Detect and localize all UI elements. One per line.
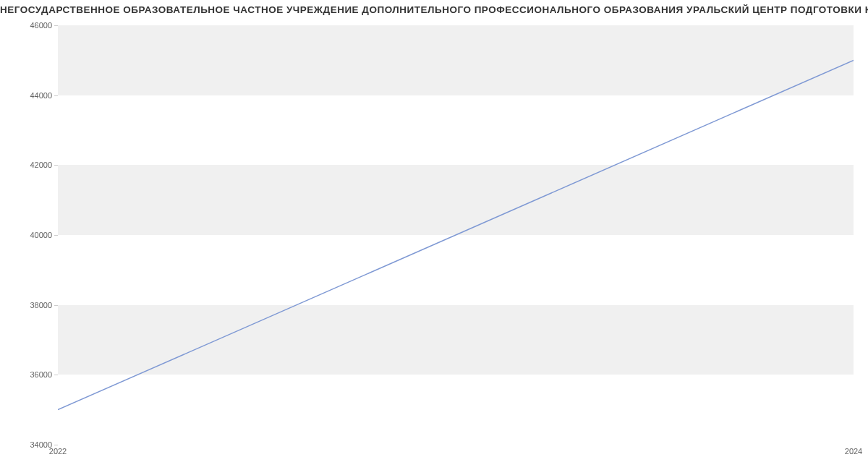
y-tick-label: 38000 <box>9 301 52 309</box>
grid-band <box>58 305 854 375</box>
y-tick-label: 44000 <box>9 91 52 100</box>
y-tick-mark <box>54 445 58 445</box>
y-tick-label: 42000 <box>9 161 52 169</box>
chart-title: НЕГОСУДАРСТВЕННОЕ ОБРАЗОВАТЕЛЬНОЕ ЧАСТНО… <box>0 4 868 15</box>
plot-area <box>58 25 854 445</box>
x-tick-label: 2022 <box>49 447 67 456</box>
y-tick-mark <box>54 95 58 96</box>
grid-band <box>58 165 854 235</box>
y-tick-mark <box>54 375 58 375</box>
y-tick-label: 36000 <box>9 370 52 379</box>
y-tick-mark <box>54 235 58 236</box>
y-tick-label: 34000 <box>9 440 52 449</box>
y-tick-label: 40000 <box>9 231 52 239</box>
x-tick-label: 2024 <box>845 447 862 456</box>
grid-band <box>58 25 854 95</box>
y-tick-mark <box>54 25 58 26</box>
y-tick-mark <box>54 305 58 306</box>
y-tick-mark <box>54 165 58 166</box>
y-tick-label: 46000 <box>9 21 52 30</box>
